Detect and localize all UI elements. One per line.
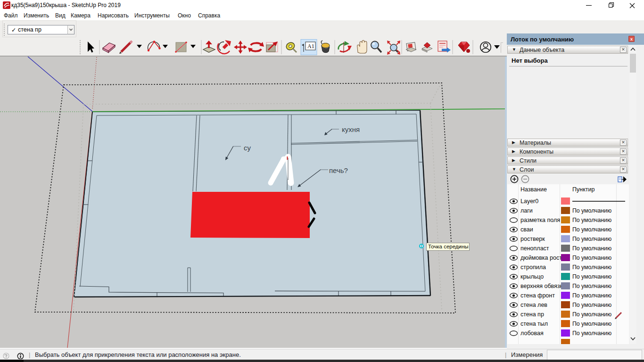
svg-text:кухня: кухня bbox=[342, 125, 360, 133]
svg-text:A1: A1 bbox=[307, 43, 314, 49]
svg-text:су: су bbox=[244, 144, 251, 152]
svg-text:печь?: печь? bbox=[329, 166, 348, 174]
